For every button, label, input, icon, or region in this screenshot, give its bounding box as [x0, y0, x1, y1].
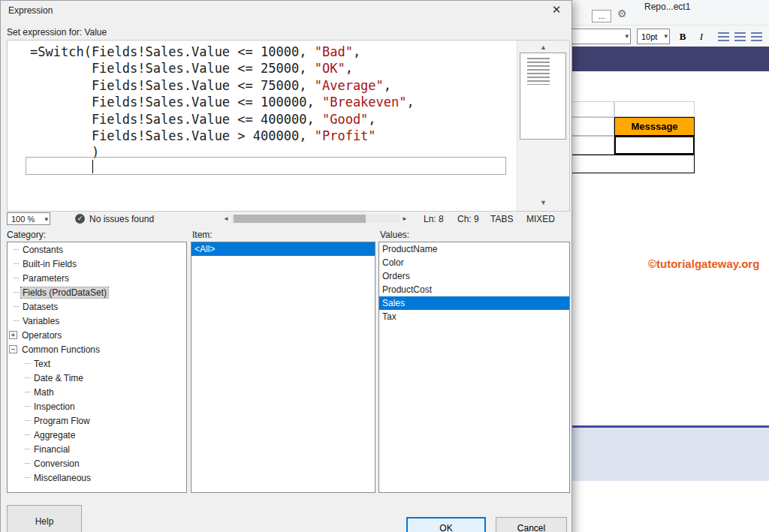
category-item-label: Parameters: [21, 273, 71, 284]
expression-editor-lines[interactable]: =Switch(Fields!Sales.Value <= 10000, "Ba…: [8, 41, 517, 211]
category-item-common-functions[interactable]: −Common Functions: [8, 342, 186, 356]
category-listbox: ConstantsBuilt-in FieldsParametersFields…: [7, 242, 187, 493]
code-line[interactable]: =Switch(Fields!Sales.Value <= 10000, "Ba…: [30, 44, 517, 60]
category-item-label: Built-in Fields: [21, 259, 78, 269]
table-header-cell[interactable]: Messsage: [614, 117, 695, 136]
category-item-datasets[interactable]: Datasets: [8, 299, 186, 314]
editor-vertical-scrollbar[interactable]: ▲ ▼: [517, 41, 569, 211]
value-productname[interactable]: ProductName: [379, 242, 569, 256]
code-line[interactable]: Fields!Sales.Value > 400000, "Profit": [30, 128, 517, 144]
category-item-inspection[interactable]: Inspection: [8, 399, 186, 413]
string-literal: "Profit": [315, 128, 376, 143]
check-icon: ✓: [75, 214, 85, 224]
bold-button[interactable]: B: [674, 29, 691, 44]
background-app: ... ⚙ Repo...ect1 ▾ 10pt ▾ B I Messsage: [569, 0, 769, 532]
scrollbar-thumb[interactable]: [234, 215, 366, 223]
expand-icon[interactable]: +: [9, 331, 17, 339]
editor-current-line[interactable]: [26, 157, 506, 175]
code-line[interactable]: Fields!Sales.Value <= 75000, "Average",: [30, 77, 517, 94]
wrench-icon[interactable]: ⚙: [617, 8, 627, 20]
category-item-label: Miscellaneous: [32, 473, 92, 483]
close-icon[interactable]: ✕: [547, 3, 565, 18]
category-item-financial[interactable]: Financial: [8, 442, 186, 456]
category-item-label: Operators: [20, 330, 63, 341]
dialog-title: Expression: [8, 5, 53, 16]
design-surface: Messsage ©tutorialgateway.org: [569, 71, 769, 425]
category-item-label: Text: [32, 359, 52, 369]
code-line[interactable]: Fields!Sales.Value <= 100000, "Breakeven…: [30, 94, 517, 110]
tree-guide: [25, 363, 30, 364]
category-item-program-flow[interactable]: Program Flow: [8, 413, 186, 428]
font-size-value: 10pt: [641, 32, 657, 41]
string-literal: "OK": [315, 61, 345, 76]
table-selected-cell[interactable]: [614, 136, 695, 155]
category-item-aggregate[interactable]: Aggregate: [8, 428, 186, 442]
value-sales[interactable]: Sales: [379, 296, 569, 310]
value-tax[interactable]: Tax: [379, 310, 569, 323]
column-handle[interactable]: [614, 101, 695, 117]
category-item-operators[interactable]: +Operators: [8, 328, 186, 342]
zoom-combobox[interactable]: 100 % ▾: [7, 212, 50, 225]
column-indicator: Ch: 9: [457, 214, 479, 224]
category-item-fields-proddataset[interactable]: Fields (ProdDataSet): [8, 285, 186, 299]
category-item-miscellaneous[interactable]: Miscellaneous: [8, 470, 186, 485]
scroll-left-icon[interactable]: ◄: [223, 215, 229, 222]
category-item-variables[interactable]: Variables: [8, 314, 186, 328]
item-list: <All>: [191, 242, 375, 256]
category-item-constants[interactable]: Constants: [8, 242, 186, 257]
category-item-label: Aggregate: [32, 430, 77, 440]
editor-minimap[interactable]: [520, 53, 566, 120]
category-item-text[interactable]: Text: [8, 356, 186, 371]
table-cell[interactable]: [569, 136, 614, 155]
italic-button[interactable]: I: [693, 29, 710, 44]
table-cell[interactable]: [569, 155, 695, 173]
tree-guide: [14, 278, 19, 278]
font-size-combobox[interactable]: 10pt ▾: [637, 29, 670, 44]
category-item-conversion[interactable]: Conversion: [8, 456, 186, 470]
align-center-icon[interactable]: [734, 32, 746, 41]
table-cell[interactable]: [569, 117, 614, 136]
collapse-icon[interactable]: −: [9, 345, 17, 353]
issues-status: No issues found: [89, 214, 154, 224]
tree-guide: [14, 292, 19, 293]
scroll-right-icon[interactable]: ►: [402, 215, 408, 222]
item-all[interactable]: <All>: [191, 242, 375, 256]
category-item-parameters[interactable]: Parameters: [8, 271, 186, 285]
string-literal: "Breakeven": [322, 95, 407, 110]
tree-guide: [14, 306, 19, 307]
code-line[interactable]: Fields!Sales.Value <= 400000, "Good",: [30, 111, 517, 128]
text-caret: [92, 160, 93, 173]
value-productcost[interactable]: ProductCost: [379, 283, 569, 296]
tree-guide: [25, 406, 30, 407]
chevron-down-icon: ▾: [664, 32, 668, 40]
scroll-up-icon[interactable]: ▲: [540, 44, 547, 51]
category-item-label: Fields (ProdDataSet): [21, 287, 108, 298]
align-right-icon[interactable]: [751, 32, 762, 41]
help-button[interactable]: Help: [7, 505, 82, 532]
editor-horizontal-scrollbar[interactable]: ◄ ►: [223, 214, 408, 224]
string-literal: "Average": [315, 78, 384, 93]
column-handle[interactable]: [569, 101, 614, 117]
align-left-icon[interactable]: [718, 32, 729, 41]
value-orders[interactable]: Orders: [379, 269, 569, 283]
screen: ... ⚙ Repo...ect1 ▾ 10pt ▾ B I Messsage: [0, 0, 769, 532]
ok-button[interactable]: OK: [406, 517, 486, 532]
tree-guide: [25, 463, 30, 464]
tree-guide: [25, 392, 30, 392]
category-item-date-time[interactable]: Date & Time: [8, 371, 186, 385]
value-color[interactable]: Color: [379, 256, 569, 269]
dialog-titlebar[interactable]: Expression ✕: [1, 1, 571, 22]
code-line[interactable]: Fields!Sales.Value <= 25000, "OK",: [30, 60, 517, 77]
category-item-label: Financial: [32, 444, 71, 455]
ellipsis-button[interactable]: ...: [592, 10, 611, 23]
category-item-math[interactable]: Math: [8, 385, 186, 399]
tree-guide: [14, 249, 19, 250]
category-item-label: Conversion: [32, 458, 81, 469]
expression-editor[interactable]: =Switch(Fields!Sales.Value <= 10000, "Ba…: [7, 40, 570, 212]
category-item-built-in-fields[interactable]: Built-in Fields: [8, 257, 186, 271]
editor-minimap-viewport[interactable]: [520, 119, 566, 140]
tree-guide: [25, 477, 30, 478]
tree-guide: [14, 320, 19, 321]
cancel-button[interactable]: Cancel: [496, 517, 567, 532]
scroll-down-icon[interactable]: ▼: [540, 199, 547, 206]
